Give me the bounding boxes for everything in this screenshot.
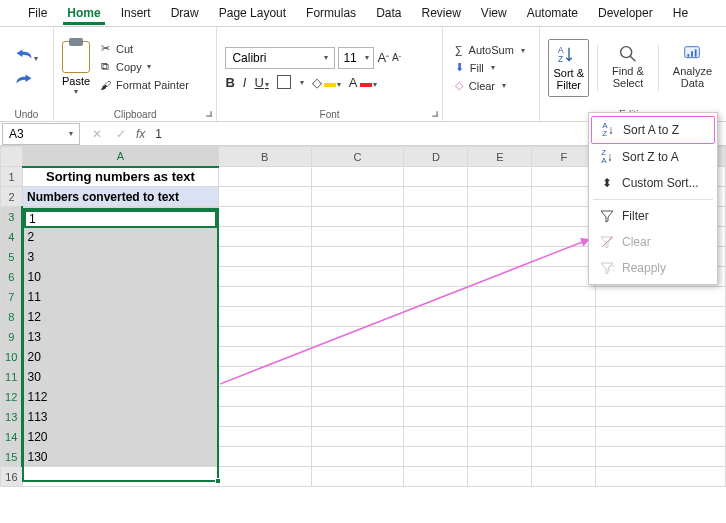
row-header[interactable]: 14 (1, 427, 23, 447)
data-cell[interactable]: 13 (23, 327, 217, 346)
underline-button[interactable]: U▾ (254, 75, 268, 90)
fill-color-button[interactable]: ◇▾ (312, 75, 341, 90)
col-header-f[interactable]: F (532, 147, 596, 167)
font-color-button[interactable]: A▾ (349, 75, 377, 90)
row-header[interactable]: 4 (1, 227, 23, 247)
sum-icon: ∑ (455, 44, 463, 56)
data-cell[interactable]: 3 (23, 247, 217, 266)
select-all-corner[interactable] (1, 147, 23, 167)
col-header-b[interactable]: B (218, 147, 311, 167)
col-header-e[interactable]: E (468, 147, 532, 167)
sort-filter-button[interactable]: A Z Sort & Filter (548, 39, 589, 97)
data-cell[interactable]: 2 (23, 227, 217, 246)
data-cell[interactable]: 112 (23, 387, 217, 406)
row-header[interactable]: 3 (1, 207, 23, 227)
svg-rect-5 (688, 54, 690, 57)
cancel-icon[interactable]: ✕ (88, 127, 106, 141)
bold-button[interactable]: B (225, 75, 234, 90)
row-header[interactable]: 1 (1, 167, 23, 187)
cut-button[interactable]: ✂Cut (96, 41, 191, 57)
sort-za-icon: ZA↓ (599, 149, 615, 165)
font-launcher[interactable] (432, 111, 438, 117)
grow-font-button[interactable]: Aˆ (377, 50, 389, 65)
data-cell[interactable]: 130 (23, 447, 217, 466)
autosum-button[interactable]: ∑AutoSum ▾ (451, 43, 532, 57)
row-header[interactable]: 9 (1, 327, 23, 347)
dd-filter[interactable]: Filter (591, 203, 715, 229)
data-cell[interactable]: 113 (23, 407, 217, 426)
data-cell[interactable]: 12 (23, 307, 217, 326)
dd-sort-z-to-a[interactable]: ZA↓ Sort Z to A (591, 144, 715, 170)
row-header[interactable]: 2 (1, 187, 23, 207)
tab-help[interactable]: He (663, 2, 698, 24)
group-label-undo: Undo (0, 109, 53, 120)
dd-separator (593, 199, 713, 200)
row-header[interactable]: 12 (1, 387, 23, 407)
row-header[interactable]: 6 (1, 267, 23, 287)
find-select-button[interactable]: Find & Select (606, 39, 650, 97)
redo-button[interactable] (15, 72, 38, 89)
format-painter-icon: 🖌 (98, 78, 112, 92)
row-header[interactable]: 7 (1, 287, 23, 307)
name-box[interactable]: A3▾ (2, 123, 80, 145)
tab-home[interactable]: Home (57, 2, 110, 24)
tab-data[interactable]: Data (366, 2, 411, 24)
col-header-a[interactable]: A (22, 147, 218, 167)
data-cell[interactable]: 20 (23, 347, 217, 366)
border-button[interactable] (277, 75, 291, 89)
tab-file[interactable]: File (18, 2, 57, 24)
dd-sort-a-to-z[interactable]: AZ↓ Sort A to Z (591, 116, 715, 144)
tab-developer[interactable]: Developer (588, 2, 663, 24)
row-header[interactable]: 13 (1, 407, 23, 427)
tab-page-layout[interactable]: Page Layout (209, 2, 296, 24)
col-header-d[interactable]: D (404, 147, 468, 167)
clipboard-launcher[interactable] (207, 111, 213, 117)
fx-icon[interactable]: fx (136, 127, 145, 141)
row-header[interactable]: 15 (1, 447, 23, 467)
reapply-icon (599, 260, 615, 276)
col-header-c[interactable]: C (311, 147, 404, 167)
group-editing-fns: ∑AutoSum ▾ ⬇Fill▾ ◇Clear▾ (443, 27, 541, 121)
row-header[interactable]: 5 (1, 247, 23, 267)
paste-button[interactable]: Paste ▾ (62, 41, 90, 96)
enter-icon[interactable]: ✓ (112, 127, 130, 141)
tab-formulas[interactable]: Formulas (296, 2, 366, 24)
format-painter-button[interactable]: 🖌Format Painter (96, 77, 191, 93)
shrink-font-button[interactable]: Aˇ (392, 52, 401, 63)
copy-button[interactable]: ⧉Copy ▾ (96, 59, 191, 75)
copy-icon: ⧉ (98, 60, 112, 74)
formula-value[interactable]: 1 (155, 127, 162, 141)
data-cell[interactable]: 30 (23, 367, 217, 386)
analyze-data-button[interactable]: Analyze Data (667, 39, 718, 97)
header-cell[interactable]: Numbers converted to text (23, 187, 218, 206)
italic-button[interactable]: I (243, 75, 247, 90)
dd-custom-sort[interactable]: ⬍ Custom Sort... (591, 170, 715, 196)
menu-bar: File Home Insert Draw Page Layout Formul… (0, 0, 726, 26)
tab-review[interactable]: Review (411, 2, 470, 24)
fill-button[interactable]: ⬇Fill▾ (451, 60, 532, 75)
tab-draw[interactable]: Draw (161, 2, 209, 24)
tab-view[interactable]: View (471, 2, 517, 24)
svg-rect-6 (692, 51, 694, 57)
group-label-font: Font (217, 109, 441, 120)
fill-down-icon: ⬇ (455, 61, 464, 74)
tab-automate[interactable]: Automate (517, 2, 588, 24)
data-cell[interactable]: 120 (23, 427, 217, 446)
analyze-data-icon (681, 43, 703, 65)
group-label-clipboard: Clipboard (54, 109, 217, 120)
tab-insert[interactable]: Insert (111, 2, 161, 24)
undo-button[interactable]: ▾ (15, 47, 38, 64)
clear-button[interactable]: ◇Clear▾ (451, 78, 532, 93)
row-header[interactable]: 8 (1, 307, 23, 327)
row-header[interactable]: 11 (1, 367, 23, 387)
active-cell-a3[interactable]: 1 (24, 210, 217, 228)
data-cell[interactable]: 10 (23, 267, 217, 286)
title-cell[interactable]: Sorting numbers as text (23, 168, 218, 187)
row-header[interactable]: 16 (1, 467, 23, 487)
font-name-select[interactable]: Calibri▾ (225, 47, 335, 69)
font-size-select[interactable]: 11▾ (338, 47, 374, 69)
row-header[interactable]: 10 (1, 347, 23, 367)
svg-line-3 (630, 56, 636, 62)
data-cell[interactable]: 11 (23, 287, 217, 306)
group-editing-right: A Z Sort & Filter Find & Select Analyze … (540, 27, 726, 121)
